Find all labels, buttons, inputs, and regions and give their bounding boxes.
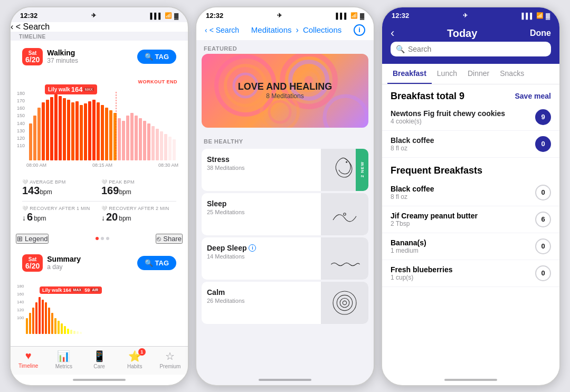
food-item-1[interactable]: Black coffee 8 fl oz 0 bbox=[382, 131, 559, 158]
freq-item-3[interactable]: Fresh blueberries 1 cup(s) 0 bbox=[382, 260, 559, 287]
save-meal-button[interactable]: Save meal bbox=[515, 92, 552, 100]
sleep-item[interactable]: Sleep 25 Meditations bbox=[202, 193, 368, 235]
done-button[interactable]: Done bbox=[530, 28, 551, 38]
deep-sleep-title-row: Deep Sleep i bbox=[207, 244, 316, 252]
summary-chart-svg bbox=[21, 292, 178, 334]
summary-day: Sat bbox=[25, 256, 40, 262]
breakfast-total-title: Breakfast total 9 bbox=[391, 91, 464, 102]
phone-fitness: 12:32 ✈ ▌▌▌ 📶 ▓ ‹ < Search TIMELINE Sat … bbox=[10, 6, 189, 386]
tab-dinner[interactable]: Dinner bbox=[462, 64, 495, 84]
svg-rect-19 bbox=[109, 110, 112, 160]
freq-item-0[interactable]: Black coffee 8 fl oz 0 bbox=[382, 179, 559, 206]
status-bar-1: 12:32 ✈ ▌▌▌ 📶 ▓ bbox=[11, 7, 188, 22]
stats-grid: 🤍 AVERAGE BPM 143bpm 🤍 PEAK BPM 169bpm bbox=[16, 174, 183, 228]
svg-rect-42 bbox=[45, 302, 47, 334]
chart2-y-labels: 180160140120100 bbox=[17, 284, 24, 320]
search-icon: 🔍 bbox=[145, 53, 153, 61]
back-nav-1[interactable]: ‹ < Search bbox=[11, 22, 188, 32]
recovery1-label: 🤍 RECOVERY AFTER 1 MIN bbox=[22, 206, 97, 211]
tab-timeline[interactable]: ♥ Timeline bbox=[11, 350, 46, 369]
tab-premium[interactable]: ☆ Premium bbox=[153, 350, 188, 369]
stress-item[interactable]: Stress 38 Meditations 2 NEW bbox=[202, 149, 368, 191]
med-back-nav[interactable]: ‹ < Search bbox=[205, 26, 239, 34]
svg-rect-28 bbox=[147, 123, 150, 160]
summary-date: 6/20 bbox=[25, 262, 40, 270]
tag-button-2[interactable]: 🔍 TAG bbox=[137, 256, 176, 270]
recovery1-stat: 🤍 RECOVERY AFTER 1 MIN ↓ 6bpm bbox=[22, 206, 97, 223]
food-item-0-name: Newtons Fig fruit chewy cookies bbox=[391, 109, 505, 118]
calm-title: Calm bbox=[207, 288, 316, 297]
svg-rect-16 bbox=[97, 102, 100, 160]
search-bar-food[interactable]: 🔍 bbox=[391, 42, 551, 56]
tab-lunch[interactable]: Lunch bbox=[432, 64, 462, 84]
lily-walk-label-2: Lily walk bbox=[42, 288, 62, 293]
calm-count: 26 Meditations bbox=[207, 298, 316, 304]
tag-button-1[interactable]: 🔍 TAG bbox=[137, 50, 176, 64]
recovery2-value: ↓ 20bpm bbox=[101, 211, 176, 223]
status-icons-1: ▌▌▌ 📶 ▓ bbox=[150, 12, 178, 19]
featured-card[interactable]: LOVE AND HEALING 8 Meditations bbox=[202, 54, 368, 128]
svg-rect-24 bbox=[130, 113, 134, 160]
svg-rect-49 bbox=[67, 329, 69, 334]
lily-walk-badge-2: Lily walk 164 MAX 59 AIR bbox=[40, 286, 102, 294]
svg-rect-10 bbox=[71, 102, 74, 160]
svg-rect-13 bbox=[84, 103, 87, 160]
med-scroll-area[interactable]: FEATURED LOVE AND H bbox=[196, 40, 374, 375]
food-item-0[interactable]: Newtons Fig fruit chewy cookies 4 cookie… bbox=[382, 104, 559, 131]
freq-item-0-qty: 8 fl oz bbox=[391, 193, 434, 200]
peak-bpm-stat: 🤍 PEAK BPM 169bpm bbox=[101, 179, 176, 197]
svg-rect-6 bbox=[54, 94, 58, 160]
tab-care[interactable]: 📱 Care bbox=[81, 350, 117, 369]
featured-title: LOVE AND HEALING bbox=[238, 81, 332, 92]
stress-title: Stress bbox=[207, 155, 316, 164]
food-item-0-qty: 4 cookie(s) bbox=[391, 118, 505, 125]
info-button[interactable]: i bbox=[354, 24, 365, 36]
tab-snacks[interactable]: Snacks bbox=[495, 64, 529, 84]
heart-tab-icon: ♥ bbox=[25, 350, 32, 362]
calm-item[interactable]: Calm 26 Meditations bbox=[202, 282, 368, 324]
calm-item-info: Calm 26 Meditations bbox=[202, 282, 321, 324]
med-nav-title[interactable]: Meditations bbox=[251, 25, 292, 34]
collections-label[interactable]: Collections bbox=[303, 25, 341, 34]
legend-button[interactable]: ⊞ Legend bbox=[16, 234, 49, 244]
svg-rect-48 bbox=[64, 326, 66, 334]
metrics-tab-icon: 📊 bbox=[57, 350, 70, 362]
legend-share-row: ⊞ Legend ⎋ Share bbox=[11, 231, 188, 247]
svg-rect-30 bbox=[156, 129, 159, 160]
avg-bpm-label: 🤍 AVERAGE BPM bbox=[22, 179, 97, 185]
stress-item-info: Stress 38 Meditations bbox=[202, 149, 321, 191]
med-back-label: < Search bbox=[210, 26, 239, 34]
svg-rect-27 bbox=[143, 121, 146, 160]
back-chevron-icon-2: ‹ bbox=[205, 26, 207, 34]
freq-item-1[interactable]: Jif Creamy peanut butter 2 Tbsp 6 bbox=[382, 206, 559, 233]
svg-rect-53 bbox=[80, 332, 82, 334]
chart-y-labels: 180170160150140130120110 bbox=[17, 91, 25, 149]
svg-rect-38 bbox=[32, 308, 34, 334]
svg-rect-40 bbox=[39, 297, 41, 334]
status-bar-3: 12:32 ✈ ▌▌▌ 📶 ▓ bbox=[382, 7, 559, 22]
sleep-title: Sleep bbox=[207, 199, 316, 208]
tab-metrics[interactable]: 📊 Metrics bbox=[46, 350, 81, 369]
food-header-title: Today bbox=[394, 27, 530, 40]
share-button[interactable]: ⎋ Share bbox=[156, 234, 183, 244]
svg-rect-14 bbox=[88, 101, 91, 160]
food-item-1-qty: 8 fl oz bbox=[391, 145, 434, 152]
timeline-section-label: TIMELINE bbox=[11, 32, 188, 41]
tab-breakfast[interactable]: Breakfast bbox=[387, 64, 432, 84]
tab-habits-label: Habits bbox=[127, 364, 142, 369]
deep-sleep-item[interactable]: Deep Sleep i 14 Meditations bbox=[202, 237, 368, 280]
svg-rect-29 bbox=[151, 126, 155, 160]
featured-section-label: FEATURED bbox=[196, 40, 374, 54]
back-chevron-food[interactable]: ‹ bbox=[391, 26, 394, 40]
deep-sleep-info[interactable]: i bbox=[249, 244, 256, 252]
freq-item-1-points: 6 bbox=[535, 212, 551, 227]
freq-item-3-info: Fresh blueberries 1 cup(s) bbox=[391, 265, 453, 281]
summary-info: Sat 6/20 Summary a day bbox=[22, 254, 81, 272]
tab-habits[interactable]: ⭐ 1 Habits bbox=[117, 350, 153, 369]
back-chevron-icon: ‹ bbox=[11, 22, 13, 31]
search-input-food[interactable] bbox=[408, 45, 546, 53]
signal-icon-2: ▌▌▌ bbox=[336, 13, 348, 19]
summary-date-badge: Sat 6/20 bbox=[22, 254, 43, 272]
freq-item-2[interactable]: Banana(s) 1 medium 0 bbox=[382, 233, 559, 260]
tab-metrics-label: Metrics bbox=[55, 364, 72, 369]
